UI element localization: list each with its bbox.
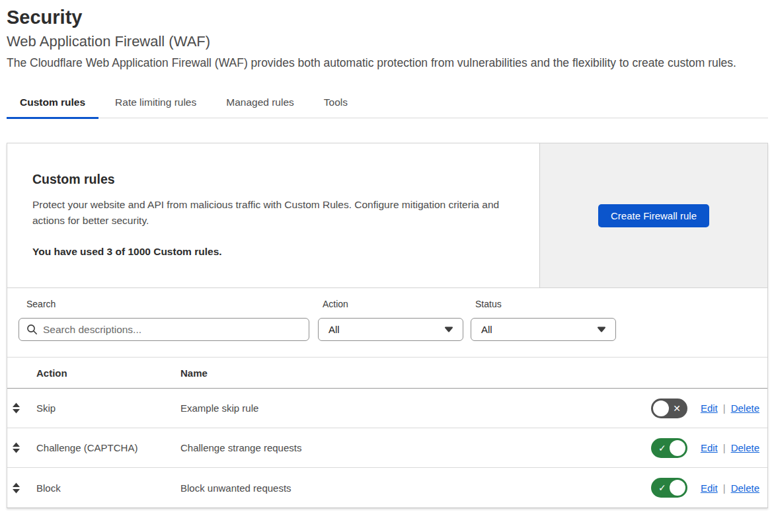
cta-panel: Create Firewall rule [539,143,767,287]
link-separator: | [723,442,726,453]
custom-rules-card: Custom rules Protect your website and AP… [7,143,768,508]
status-filter-value: All [481,324,492,335]
usage-count-text: You have used 3 of 1000 Custom rules. [32,246,513,258]
edit-rule-link[interactable]: Edit [701,482,718,494]
action-filter-value: All [329,324,340,335]
table-header-row: Action Name [7,357,767,389]
drag-handle-icon[interactable] [12,402,20,414]
card-heading: Custom rules [32,172,513,187]
tab-rate-limiting-rules[interactable]: Rate limiting rules [102,96,210,118]
link-separator: | [723,402,726,414]
delete-rule-link[interactable]: Delete [731,482,759,494]
column-header-name: Name [180,367,710,379]
search-input[interactable] [19,318,309,341]
drag-handle-icon[interactable] [12,442,20,453]
rule-action: Block [36,482,180,494]
edit-rule-link[interactable]: Edit [701,402,718,414]
create-firewall-rule-button[interactable]: Create Firewall rule [598,204,709,227]
page-description: The Cloudflare Web Application Firewall … [7,54,757,73]
check-icon: ✓ [658,443,666,453]
column-header-action: Action [36,367,180,379]
status-filter-label: Status [475,299,616,309]
edit-rule-link[interactable]: Edit [701,442,718,453]
toggle-knob [670,440,685,456]
page-subtitle: Web Application Firewall (WAF) [7,32,768,51]
search-label: Search [26,299,309,309]
tab-tools[interactable]: Tools [311,96,361,118]
chevron-down-icon [444,326,453,332]
cross-icon: ✕ [673,404,681,413]
rule-enabled-toggle[interactable]: ✓ ✕ [651,399,687,418]
card-description: Protect your website and API from malici… [32,197,513,228]
delete-rule-link[interactable]: Delete [731,402,759,414]
search-icon [26,324,38,335]
table-row: Challenge (CAPTCHA) Challenge strange re… [7,428,767,468]
tab-custom-rules[interactable]: Custom rules [7,96,98,118]
rule-action: Skip [36,402,180,414]
rules-table: Action Name Skip Example skip rule [7,357,767,508]
rule-enabled-toggle[interactable]: ✓ ✕ [651,438,687,458]
toggle-knob [670,480,685,496]
rule-name: Block unwanted requests [180,482,651,494]
table-row: Skip Example skip rule ✓ ✕ Edit|Delete [7,389,767,428]
status-filter-select[interactable]: All [471,318,616,341]
table-row: Block Block unwanted requests ✓ ✕ Edit|D… [7,468,767,508]
chevron-down-icon [597,326,606,332]
link-separator: | [723,482,726,494]
tab-bar: Custom rules Rate limiting rules Managed… [7,96,768,118]
delete-rule-link[interactable]: Delete [731,442,759,453]
rule-enabled-toggle[interactable]: ✓ ✕ [651,478,687,498]
rule-action: Challenge (CAPTCHA) [36,442,180,453]
action-filter-select[interactable]: All [318,318,463,341]
action-filter-label: Action [323,299,463,309]
security-page: Security Web Application Firewall (WAF) … [0,0,774,508]
filter-bar: Search Action All [7,288,767,357]
page-title: Security [7,5,768,29]
drag-handle-icon[interactable] [12,482,20,494]
custom-rules-summary: Custom rules Protect your website and AP… [7,143,767,288]
check-icon: ✓ [658,483,666,492]
tab-managed-rules[interactable]: Managed rules [213,96,307,118]
rule-name: Example skip rule [180,402,651,414]
rule-name: Challenge strange requests [180,442,651,453]
toggle-knob [653,400,669,416]
